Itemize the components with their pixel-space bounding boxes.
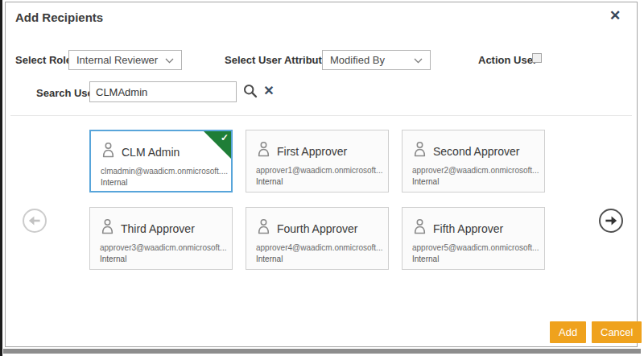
add-recipients-dialog: Add Recipients ✕ Select Roles Internal R… <box>5 2 638 347</box>
user-card-email: approver1@waadicm.onmicrosoft... <box>246 161 388 175</box>
select-roles-dropdown[interactable]: Internal Reviewer <box>68 50 182 70</box>
user-icon <box>100 218 115 238</box>
page-edge-left <box>0 0 2 356</box>
user-card-type: Internal <box>246 175 388 186</box>
carousel-prev-icon[interactable] <box>23 209 47 233</box>
user-card[interactable]: ✓ CLM Admin clmadmin@waadicm.onmicrosoft… <box>89 130 233 192</box>
close-icon[interactable]: ✕ <box>606 7 624 25</box>
user-card-email: approver2@waadicm.onmicrosoft... <box>402 161 544 175</box>
user-card-type: Internal <box>90 252 232 263</box>
user-card[interactable]: ✓ First Approver approver1@waadicm.onmic… <box>246 130 389 192</box>
user-card-name: Fourth Approver <box>277 222 357 235</box>
chevron-down-icon <box>414 54 423 66</box>
user-card-name: CLM Admin <box>122 146 180 159</box>
user-icon <box>412 141 427 161</box>
add-button[interactable]: Add <box>550 321 586 343</box>
carousel-next-icon[interactable] <box>599 209 623 233</box>
user-card[interactable]: ✓ Fifth Approver approver5@waadicm.onmic… <box>402 207 545 270</box>
user-card-type: Internal <box>91 176 231 187</box>
user-card-type: Internal <box>402 175 544 186</box>
user-card-name: Third Approver <box>121 222 195 235</box>
user-card[interactable]: ✓ Third Approver approver3@waadicm.onmic… <box>89 207 233 270</box>
user-card-email: approver5@waadicm.onmicrosoft... <box>402 238 544 252</box>
user-icon <box>101 142 116 162</box>
select-user-attributes-dropdown[interactable]: Modified By <box>322 50 431 70</box>
user-card-email: approver3@waadicm.onmicrosoft... <box>90 238 232 252</box>
action-user-label: Action User <box>478 54 537 66</box>
user-card-type: Internal <box>402 252 544 263</box>
search-icon[interactable] <box>242 84 258 100</box>
user-card[interactable]: ✓ Fourth Approver approver4@waadicm.onmi… <box>246 207 389 270</box>
chevron-down-icon <box>165 54 174 66</box>
user-card-type: Internal <box>246 252 388 263</box>
user-card-email: clmadmin@waadicm.onmicrosoft.... <box>91 162 231 176</box>
search-user-label: Search User <box>36 87 97 99</box>
check-icon: ✓ <box>221 132 229 143</box>
user-card-name: First Approver <box>277 145 347 158</box>
user-icon <box>256 141 271 161</box>
select-user-attributes-label: Select User Attributes <box>225 54 333 66</box>
user-card-name: Fifth Approver <box>433 222 503 235</box>
clear-search-icon[interactable]: ✕ <box>261 82 277 100</box>
user-card-name: Second Approver <box>433 145 519 158</box>
user-icon <box>256 218 271 238</box>
user-card[interactable]: ✓ Second Approver approver2@waadicm.onmi… <box>402 130 545 192</box>
user-icon <box>412 218 427 238</box>
page-bottom-bar <box>3 349 641 354</box>
user-card-grid: ✓ CLM Admin clmadmin@waadicm.onmicrosoft… <box>89 130 545 270</box>
select-roles-value: Internal Reviewer <box>76 54 158 66</box>
select-user-attributes-value: Modified By <box>330 54 385 66</box>
search-user-input[interactable] <box>89 81 237 102</box>
cancel-button[interactable]: Cancel <box>592 321 642 343</box>
action-user-checkbox[interactable] <box>532 53 542 63</box>
dialog-title: Add Recipients <box>15 10 103 24</box>
divider <box>10 115 632 116</box>
user-card-email: approver4@waadicm.onmicrosoft... <box>246 238 388 252</box>
